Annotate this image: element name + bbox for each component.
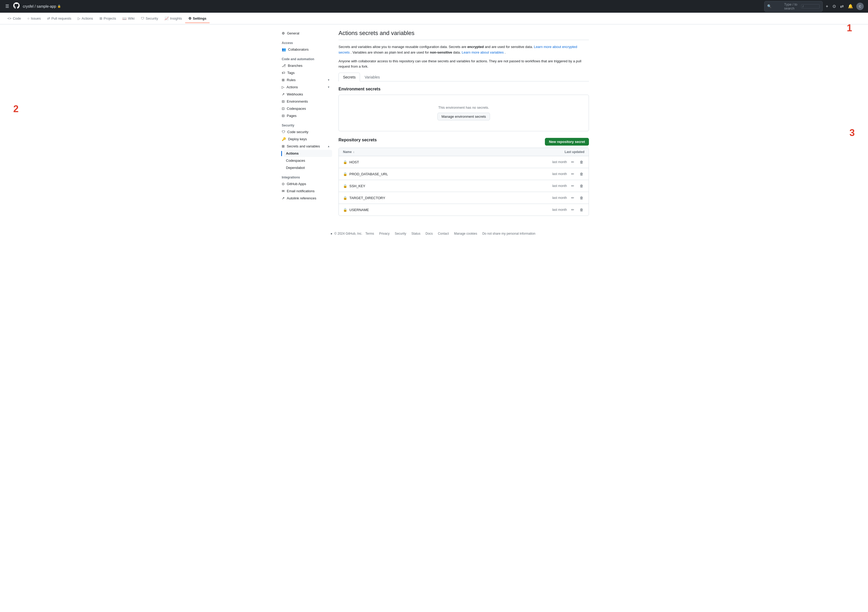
table-row: 🔒 TARGET_DIRECTORY last month ✏ 🗑 bbox=[339, 192, 589, 204]
footer-status[interactable]: Status bbox=[411, 232, 420, 235]
search-icon: 🔍 bbox=[767, 4, 783, 8]
secret-target-meta: last month ✏ 🗑 bbox=[552, 195, 584, 201]
sidebar-github-apps[interactable]: ⊙ GitHub Apps bbox=[279, 180, 332, 187]
delete-ssh-button[interactable]: 🗑 bbox=[578, 183, 584, 189]
edit-username-button[interactable]: ✏ bbox=[570, 207, 575, 213]
sidebar-code-security-label: Code security bbox=[287, 130, 308, 134]
sidebar-webhooks[interactable]: ↗ Webhooks bbox=[279, 91, 332, 98]
edit-host-button[interactable]: ✏ bbox=[570, 159, 575, 165]
footer-manage-cookies[interactable]: Manage cookies bbox=[454, 232, 477, 235]
delete-host-button[interactable]: 🗑 bbox=[578, 159, 584, 165]
sidebar-dependabot-sub[interactable]: Dependabot bbox=[283, 164, 332, 171]
manage-env-secrets-label: Manage environment secrets bbox=[442, 114, 486, 119]
code-security-icon: 🛡 bbox=[282, 130, 285, 134]
delete-target-button[interactable]: 🗑 bbox=[578, 195, 584, 201]
nav-projects[interactable]: ⊞ Projects bbox=[96, 14, 119, 23]
footer-content: ● © 2024 GitHub, Inc. Terms Privacy Secu… bbox=[4, 232, 864, 235]
footer-do-not-share[interactable]: Do not share my personal information bbox=[482, 232, 535, 235]
main-content: Actions secrets and variables Secrets an… bbox=[338, 30, 589, 216]
nav-wiki[interactable]: 📖 Wiki bbox=[119, 14, 138, 23]
sidebar-autolink[interactable]: ↗ Autolink references bbox=[279, 195, 332, 202]
table-row: 🔒 HOST last month ✏ 🗑 bbox=[339, 156, 589, 168]
nav-code[interactable]: <> Code bbox=[4, 14, 24, 23]
secrets-variables-tabs: Secrets Variables bbox=[338, 73, 589, 81]
nav-pull-requests[interactable]: ⇄ Pull requests bbox=[44, 14, 74, 23]
footer-security[interactable]: Security bbox=[395, 232, 406, 235]
sidebar-environments[interactable]: ⊟ Environments bbox=[279, 98, 332, 105]
sidebar-pages[interactable]: ⊟ Pages bbox=[279, 112, 332, 119]
sidebar-collaborators-label: Collaborators bbox=[288, 48, 308, 51]
pr-icon[interactable]: ⇄ bbox=[839, 3, 845, 10]
sidebar-section-integrations: Integrations bbox=[279, 171, 332, 180]
manage-environment-secrets-button[interactable]: Manage environment secrets bbox=[437, 113, 490, 121]
nav-pr-label: Pull requests bbox=[51, 17, 71, 20]
nav-insights[interactable]: 📈 Insights bbox=[161, 14, 185, 23]
table-row: 🔒 USERNAME last month ✏ 🗑 bbox=[339, 204, 589, 216]
sidebar-actions-sub[interactable]: Actions bbox=[283, 150, 332, 157]
nav-security[interactable]: 🛡 Security bbox=[138, 14, 161, 23]
tab-secrets[interactable]: Secrets bbox=[338, 73, 360, 81]
add-button[interactable]: + bbox=[825, 3, 829, 10]
new-secret-btn-label: New repository secret bbox=[549, 140, 585, 144]
edit-prod-db-button[interactable]: ✏ bbox=[570, 171, 575, 177]
secrets-table-header: Name ↕ Last updated bbox=[339, 148, 589, 156]
delete-username-button[interactable]: 🗑 bbox=[578, 207, 584, 213]
secret-name-username: 🔒 USERNAME bbox=[343, 208, 369, 212]
secret-name-prod-db: 🔒 PROD_DATABASE_URL bbox=[343, 172, 388, 176]
nav-issues[interactable]: ○ Issues bbox=[24, 14, 44, 23]
sidebar-actions[interactable]: ▷ Actions ▾ bbox=[279, 83, 332, 91]
sidebar-code-security[interactable]: 🛡 Code security bbox=[279, 128, 332, 136]
sort-icon[interactable]: ↕ bbox=[353, 151, 354, 153]
nav-settings[interactable]: ⚙ Settings bbox=[185, 14, 209, 23]
activity-icon[interactable]: ⊙ bbox=[831, 3, 837, 10]
learn-more-variables-link[interactable]: Learn more about variables bbox=[462, 50, 504, 54]
delete-prod-db-button[interactable]: 🗑 bbox=[578, 171, 584, 177]
new-repository-secret-button[interactable]: New repository secret bbox=[545, 138, 589, 145]
sidebar-deploy-keys[interactable]: 🔑 Deploy keys bbox=[279, 136, 332, 143]
sidebar-codespaces[interactable]: ⊡ Codespaces bbox=[279, 105, 332, 112]
tab-variables[interactable]: Variables bbox=[360, 73, 384, 81]
search-bar[interactable]: 🔍 Type / to search / bbox=[764, 1, 823, 12]
secrets-chevron-icon: ▴ bbox=[328, 145, 330, 148]
sidebar-general[interactable]: ⚙ General bbox=[279, 30, 332, 37]
pr-nav-icon: ⇄ bbox=[47, 17, 50, 20]
sidebar-codespaces-sub[interactable]: Codespaces bbox=[283, 157, 332, 164]
hamburger-icon[interactable]: ☰ bbox=[4, 3, 10, 10]
repo-secrets-title: Repository secrets bbox=[338, 138, 377, 142]
secrets-icon: ⊞ bbox=[282, 144, 285, 148]
sidebar-email-notifications[interactable]: ✉ Email notifications bbox=[279, 187, 332, 195]
sidebar-collaborators[interactable]: 👥 Collaborators bbox=[279, 46, 332, 53]
secret-name-ssh: 🔒 SSH_KEY bbox=[343, 184, 365, 188]
nav-actions[interactable]: ▷ Actions bbox=[74, 14, 96, 23]
description-2: Anyone with collaborator access to this … bbox=[338, 59, 589, 70]
secret-username-updated: last month bbox=[552, 208, 567, 212]
search-shortcut: / bbox=[801, 4, 820, 8]
sidebar-rules[interactable]: ⊞ Rules ▾ bbox=[279, 76, 332, 83]
footer-contact[interactable]: Contact bbox=[438, 232, 449, 235]
notification-icon[interactable]: 🔔 bbox=[847, 3, 854, 10]
repo-owner-link[interactable]: crysfel bbox=[23, 4, 33, 8]
sidebar: ⚙ General Access 👥 Collaborators Code an… bbox=[279, 30, 332, 216]
footer-docs[interactable]: Docs bbox=[426, 232, 432, 235]
sidebar-tags[interactable]: 🏷 Tags bbox=[279, 69, 332, 76]
sidebar-branches[interactable]: ⎇ Branches bbox=[279, 62, 332, 69]
edit-ssh-button[interactable]: ✏ bbox=[570, 183, 575, 189]
collaborators-icon: 👥 bbox=[282, 48, 286, 51]
avatar[interactable]: C bbox=[856, 3, 864, 10]
secret-name-target: 🔒 TARGET_DIRECTORY bbox=[343, 196, 385, 200]
repo-secrets-header: Repository secrets New repository secret bbox=[338, 138, 589, 145]
nav-security-label: Security bbox=[146, 17, 158, 20]
actions-chevron-icon: ▾ bbox=[328, 85, 330, 89]
tags-icon: 🏷 bbox=[282, 71, 285, 75]
edit-target-button[interactable]: ✏ bbox=[570, 195, 575, 201]
repo-breadcrumb: crysfel / sample-app 🔒 bbox=[23, 4, 61, 8]
repo-name-link[interactable]: sample-app bbox=[37, 4, 56, 8]
email-icon: ✉ bbox=[282, 189, 285, 193]
footer-privacy[interactable]: Privacy bbox=[379, 232, 389, 235]
desc-text-1: Secrets and variables allow you to manag… bbox=[338, 45, 467, 49]
footer-terms[interactable]: Terms bbox=[365, 232, 374, 235]
annotation-2: 2 bbox=[13, 104, 19, 114]
sidebar-secrets-variables[interactable]: ⊞ Secrets and variables ▴ bbox=[279, 143, 332, 150]
github-logo[interactable] bbox=[13, 2, 20, 10]
secret-prod-db-updated: last month bbox=[552, 172, 567, 176]
